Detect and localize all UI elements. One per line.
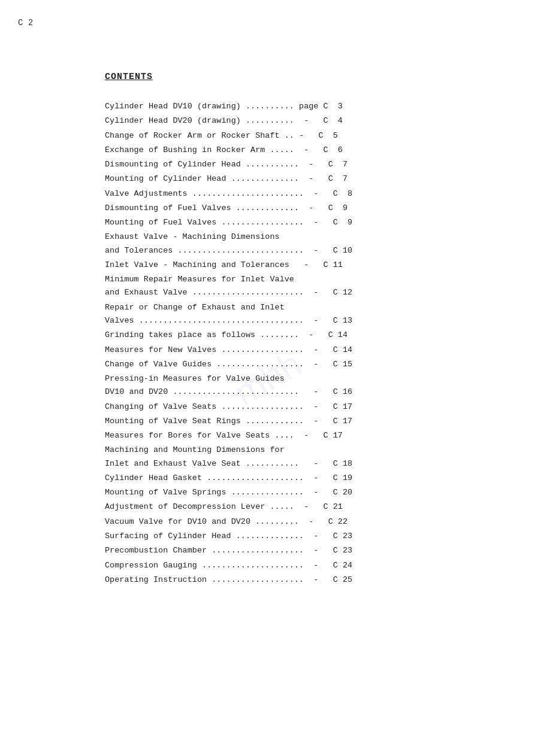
toc-text: Valve Adjustments ......................… — [105, 187, 338, 201]
document-page: mhh C 2 CONTENTS Cylinder Head DV10 (dra… — [0, 0, 535, 756]
toc-entry: Adjustment of Decompression Lever ..... … — [105, 500, 463, 514]
toc-table: Cylinder Head DV10 (drawing) .......... … — [105, 100, 463, 587]
toc-text: Dismounting of Cylinder Head ...........… — [105, 158, 333, 171]
toc-text: Mounting of Fuel Valves ................… — [105, 216, 338, 229]
toc-page: 9 — [338, 216, 352, 229]
toc-text: Operating Instruction ..................… — [105, 573, 338, 587]
toc-text: Cylinder Head Gasket ...................… — [105, 472, 338, 485]
toc-text: Surfacing of Cylinder Head .............… — [105, 530, 338, 543]
toc-page: 25 — [338, 573, 352, 587]
toc-text: Mounting of Cylinder Head ..............… — [105, 172, 333, 186]
toc-text: Change of Valve Guides .................… — [105, 358, 338, 371]
toc-page: 3 — [328, 100, 343, 113]
toc-text: Vacuum Valve for DV10 and DV20 .........… — [105, 515, 333, 529]
toc-text: Grinding takes place as follows ........… — [105, 329, 333, 342]
toc-text: Measures for New Valves ................… — [105, 344, 338, 357]
toc-text: Inlet Valve - Machining and Tolerances -… — [105, 259, 328, 272]
toc-text: Adjustment of Decompression Lever ..... … — [105, 500, 328, 514]
toc-page: 14 — [333, 329, 347, 342]
toc-text: Cylinder Head DV10 (drawing) .......... … — [105, 100, 328, 113]
toc-text-line: Pressing-in Measures for Valve Guides — [105, 372, 463, 385]
toc-text: Changing of Valve Seats ................… — [105, 400, 338, 414]
toc-text-line: Exhaust Valve - Machining Dimensions — [105, 230, 463, 244]
contents-heading: CONTENTS — [105, 72, 499, 82]
toc-entry: Compression Gauging ....................… — [105, 559, 463, 572]
toc-text: Compression Gauging ....................… — [105, 559, 338, 572]
toc-entry: Cylinder Head DV10 (drawing) .......... … — [105, 100, 463, 113]
toc-text: Mounting of Valve Seat Rings ...........… — [105, 415, 338, 428]
toc-text-line: Repair or Change of Exhaust and Inlet — [105, 301, 463, 314]
toc-text-line: and Exhaust Valve ......................… — [105, 286, 463, 299]
toc-text: Dismounting of Fuel Valves .............… — [105, 202, 333, 215]
toc-text-line: Minimum Repair Measures for Inlet Valve — [105, 273, 463, 286]
toc-page: 8 — [338, 187, 352, 201]
toc-page: 24 — [338, 559, 352, 572]
toc-entry: Minimum Repair Measures for Inlet Valvea… — [105, 273, 463, 300]
toc-text: Precombustion Chamber ..................… — [105, 544, 338, 557]
toc-page: 4 — [328, 114, 343, 127]
toc-page: 17 — [338, 400, 352, 414]
toc-page: 7 — [333, 158, 347, 171]
toc-entry: Change of Rocker Arm or Rocker Shaft .. … — [105, 129, 463, 142]
toc-page: 15 — [338, 358, 352, 371]
toc-page: 20 — [338, 486, 352, 499]
toc-page: 10 — [338, 244, 352, 257]
toc-entry: Vacuum Valve for DV10 and DV20 .........… — [105, 515, 463, 529]
toc-entry: Mounting of Cylinder Head ..............… — [105, 172, 463, 186]
toc-entry: Exhaust Valve - Machining Dimensionsand … — [105, 230, 463, 257]
toc-page: 14 — [338, 344, 352, 357]
toc-entry: Measures for Bores for Valve Seats .... … — [105, 429, 463, 442]
toc-page: 13 — [338, 314, 352, 327]
toc-text: Change of Rocker Arm or Rocker Shaft .. … — [105, 129, 324, 142]
toc-page: 17 — [328, 429, 343, 442]
toc-text: Mounting of Valve Springs ..............… — [105, 486, 338, 499]
toc-page: 7 — [333, 172, 347, 186]
toc-page: 18 — [338, 457, 352, 470]
toc-text-line: DV10 and DV20 ..........................… — [105, 385, 463, 399]
toc-entry: Valve Adjustments ......................… — [105, 187, 463, 201]
toc-entry: Precombustion Chamber ..................… — [105, 544, 463, 557]
toc-text: Exchange of Bushing in Rocker Arm ..... … — [105, 144, 328, 157]
toc-entry: Exchange of Bushing in Rocker Arm ..... … — [105, 144, 463, 157]
toc-page: 22 — [333, 515, 347, 529]
toc-entry: Inlet Valve - Machining and Tolerances -… — [105, 259, 463, 272]
toc-page: 17 — [338, 415, 352, 428]
toc-entry: Dismounting of Fuel Valves .............… — [105, 202, 463, 215]
toc-entry: Grinding takes place as follows ........… — [105, 329, 463, 342]
toc-page: 5 — [324, 129, 338, 142]
toc-entry: Changing of Valve Seats ................… — [105, 400, 463, 414]
toc-text-line: and Tolerances .........................… — [105, 244, 463, 257]
toc-text-line: Valves .................................… — [105, 314, 463, 327]
toc-page: 23 — [338, 530, 352, 543]
toc-entry: Mounting of Valve Springs ..............… — [105, 486, 463, 499]
toc-entry: Repair or Change of Exhaust and InletVal… — [105, 301, 463, 328]
toc-page: 9 — [333, 202, 347, 215]
toc-entry: Dismounting of Cylinder Head ...........… — [105, 158, 463, 171]
toc-text-line: Inlet and Exhaust Valve Seat ...........… — [105, 457, 463, 470]
toc-text-line: Machining and Mounting Dimensions for — [105, 444, 463, 457]
toc-page: 19 — [338, 472, 352, 485]
toc-text: Measures for Bores for Valve Seats .... … — [105, 429, 328, 442]
toc-page: 21 — [328, 500, 343, 514]
toc-text: Cylinder Head DV20 (drawing) .......... … — [105, 114, 328, 127]
toc-entry: Cylinder Head Gasket ...................… — [105, 472, 463, 485]
toc-page: 6 — [328, 144, 343, 157]
toc-entry: Change of Valve Guides .................… — [105, 358, 463, 371]
toc-entry: Surfacing of Cylinder Head .............… — [105, 530, 463, 543]
toc-entry: Measures for New Valves ................… — [105, 344, 463, 357]
toc-entry: Operating Instruction ..................… — [105, 573, 463, 587]
page-label: C 2 — [18, 18, 33, 28]
toc-entry: Mounting of Valve Seat Rings ...........… — [105, 415, 463, 428]
toc-entry: Machining and Mounting Dimensions forInl… — [105, 444, 463, 470]
toc-page: 12 — [338, 286, 352, 299]
toc-page: 16 — [338, 385, 352, 399]
toc-entry: Pressing-in Measures for Valve GuidesDV1… — [105, 372, 463, 399]
toc-entry: Cylinder Head DV20 (drawing) .......... … — [105, 114, 463, 127]
toc-entry: Mounting of Fuel Valves ................… — [105, 216, 463, 229]
toc-page: 11 — [328, 259, 343, 272]
toc-page: 23 — [338, 544, 352, 557]
